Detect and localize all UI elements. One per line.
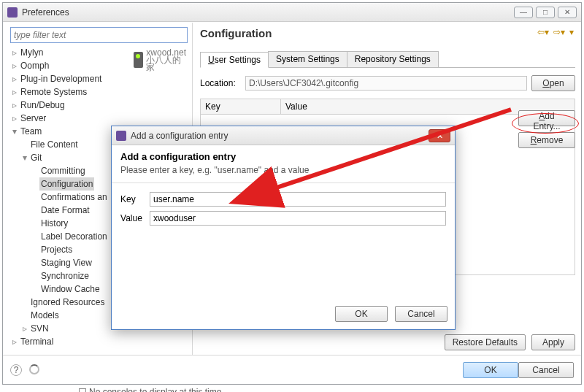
tree-label[interactable]: Window Cache (39, 283, 101, 296)
filter-input[interactable] (10, 27, 188, 43)
tree-label[interactable]: Committing (39, 164, 87, 177)
status-bar: No consoles to display at this time. (79, 387, 224, 392)
progress-icon (29, 364, 39, 374)
tree-label[interactable]: Configuration (39, 177, 94, 191)
expand-icon[interactable]: ▹ (10, 85, 19, 99)
open-button[interactable]: Open (531, 75, 575, 91)
dialog-cancel-button[interactable]: Cancel (395, 306, 447, 322)
expand-icon[interactable]: ▹ (20, 322, 29, 335)
remove-button[interactable]: Remove (518, 132, 575, 148)
tree-label[interactable]: Synchronize (39, 269, 91, 283)
tree-item-remote-systems[interactable]: ▹Remote Systems (10, 85, 192, 99)
add-entry-button[interactable]: Add Entry... (518, 110, 575, 126)
tree-label[interactable]: Plug-in Development (19, 72, 103, 85)
dialog-heading: Add a configuration entry (120, 151, 446, 162)
dialog-close-button[interactable]: ✕ (429, 129, 450, 142)
panel-toolbar: ⇦▾ ⇨▾ ▾ (537, 27, 574, 37)
tree-label[interactable]: Team (19, 125, 43, 138)
filter-box (10, 27, 188, 43)
tree-label[interactable]: SVN (29, 322, 50, 335)
restore-defaults-button[interactable]: Restore Defaults (445, 334, 526, 350)
expand-icon[interactable]: ▹ (10, 112, 19, 125)
dialog-ok-button[interactable]: OK (335, 306, 388, 322)
titlebar: Preferences — □ ✕ (3, 3, 581, 22)
tree-label[interactable]: Git (29, 151, 43, 164)
minimize-button[interactable]: — (514, 7, 533, 18)
console-icon (79, 388, 86, 392)
forward-icon[interactable]: ⇨▾ (553, 27, 565, 37)
tree-label[interactable]: Date Format (39, 204, 91, 217)
tree-label[interactable]: History (39, 217, 69, 230)
tree-label[interactable]: Confirmations an (39, 191, 109, 204)
tab-repository-settings[interactable]: Repository Settings (347, 51, 439, 67)
expand-icon[interactable]: ▹ (10, 72, 19, 85)
tab-system-settings[interactable]: System Settings (268, 51, 347, 67)
status-text: No consoles to display at this time. (89, 387, 224, 392)
expand-icon[interactable]: ▹ (10, 335, 19, 348)
expand-icon[interactable]: ▾ (20, 151, 29, 164)
apply-button[interactable]: Apply (531, 334, 575, 350)
tree-label[interactable]: Projects (39, 243, 74, 256)
expand-icon[interactable]: ▹ (10, 59, 19, 72)
dialog-title: Add a configuration entry (131, 131, 429, 141)
location-input[interactable] (245, 76, 527, 91)
watermark: xwood.net 小八人的家 (134, 45, 186, 75)
key-header: Key (201, 99, 281, 114)
expand-icon[interactable]: ▹ (10, 46, 19, 59)
tree-label[interactable]: Label Decoration (39, 230, 109, 243)
key-label: Key (120, 194, 150, 204)
maximize-button[interactable]: □ (536, 7, 555, 18)
watermark-line2: 小八人的家 (146, 56, 186, 71)
tree-label[interactable]: File Content (29, 138, 80, 151)
panel-title: Configuration (200, 27, 575, 39)
tree-item-terminal[interactable]: ▹Terminal (10, 335, 192, 348)
value-label: Value (120, 213, 150, 223)
location-label: Location: (200, 78, 241, 88)
settings-tabs: User Settings System Settings Repository… (200, 51, 575, 68)
menu-icon[interactable]: ▾ (569, 27, 574, 37)
add-entry-dialog: Add a configuration entry ✕ Add a config… (111, 126, 456, 330)
dialog-footer: ? OK Cancel (3, 355, 581, 384)
tab-user-settings[interactable]: User Settings (200, 52, 269, 68)
tree-label[interactable]: Server (19, 112, 47, 125)
tree-label[interactable]: Terminal (19, 335, 55, 348)
tree-item-server[interactable]: ▹Server (10, 112, 192, 125)
eclipse-icon (116, 131, 126, 141)
close-button[interactable]: ✕ (558, 7, 577, 18)
key-input[interactable] (150, 192, 446, 207)
cancel-button[interactable]: Cancel (518, 362, 574, 378)
tree-label[interactable]: Ignored Resources (29, 296, 106, 309)
tree-label[interactable]: Remote Systems (19, 85, 88, 99)
window-title: Preferences (22, 7, 514, 18)
tree-label[interactable]: Oomph (19, 59, 50, 72)
eclipse-icon (7, 7, 18, 18)
dialog-hint: Please enter a key, e.g. "user.name" and… (120, 165, 446, 175)
expand-icon[interactable]: ▾ (10, 125, 19, 138)
ok-button[interactable]: OK (463, 362, 518, 378)
tree-label[interactable]: Models (29, 309, 61, 322)
robot-icon (134, 52, 143, 68)
expand-icon[interactable]: ▹ (10, 99, 19, 112)
help-icon[interactable]: ? (10, 364, 22, 376)
tree-label[interactable]: Staging View (39, 256, 93, 269)
value-input[interactable] (150, 211, 446, 226)
tree-label[interactable]: Run/Debug (19, 99, 66, 112)
tree-item-run-debug[interactable]: ▹Run/Debug (10, 99, 192, 112)
tree-label[interactable]: Mylyn (19, 46, 45, 59)
back-icon[interactable]: ⇦▾ (537, 27, 549, 37)
